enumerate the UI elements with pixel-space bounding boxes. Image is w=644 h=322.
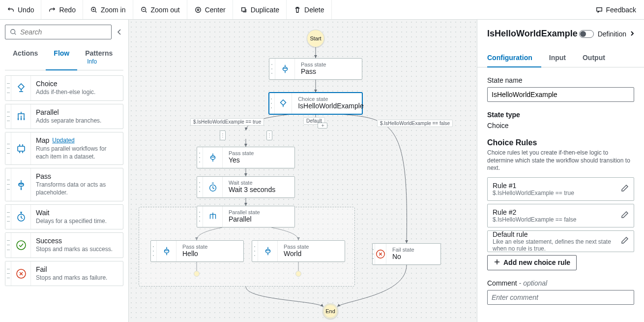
svg-rect-22: [164, 249, 169, 253]
grip-icon: [151, 241, 157, 261]
choice-rules-heading: Choice Rules: [487, 138, 634, 147]
collapse-sidebar-button[interactable]: [116, 28, 123, 36]
zoom-in-button[interactable]: Zoom in: [83, 0, 133, 19]
choice-icon: [275, 93, 292, 114]
pass-icon: [275, 59, 295, 79]
search-input[interactable]: [20, 28, 107, 36]
pass-icon: [203, 147, 223, 168]
flow-item-title: Fail: [36, 265, 118, 273]
node-type: Pass state: [301, 62, 348, 67]
comment-input[interactable]: [487, 290, 634, 305]
start-node[interactable]: Start: [307, 30, 324, 47]
canvas[interactable]: Start Pass state Pass Choice state IsHel…: [129, 20, 477, 322]
success-icon: [11, 233, 31, 258]
edit-icon[interactable]: [621, 184, 629, 193]
tab-patterns[interactable]: Patterns Info: [77, 44, 123, 70]
center-icon: [194, 6, 202, 14]
flow-item-map[interactable]: Map Updated Runs parallel workflows for …: [5, 132, 123, 165]
node-type: Wait state: [229, 180, 276, 186]
edit-icon[interactable]: [621, 211, 629, 220]
parallel-icon: [11, 104, 31, 129]
toggle-switch[interactable]: [579, 30, 594, 38]
zoom-out-label: Zoom out: [151, 6, 180, 14]
tab-configuration[interactable]: Configuration: [487, 49, 541, 67]
rule-condition: $.IsHelloWorldExample == false: [493, 216, 577, 223]
node-name: IsHelloWorldExample: [298, 102, 356, 110]
node-type: Fail state: [392, 247, 439, 253]
inspector-title: IsHelloWorldExample: [487, 29, 578, 39]
state-name-input[interactable]: [487, 87, 634, 102]
node-no[interactable]: Fail state No: [372, 243, 441, 265]
svg-rect-19: [283, 67, 287, 70]
grip-icon: [197, 177, 203, 197]
flow-item-pass[interactable]: Pass Transforms data or acts as placehol…: [5, 168, 123, 201]
node-yes[interactable]: Pass state Yes: [197, 147, 295, 168]
node-pass[interactable]: Pass state Pass: [269, 58, 362, 80]
add-branch-handle[interactable]: +: [318, 123, 327, 129]
tab-flow[interactable]: Flow: [46, 44, 77, 70]
feedback-button[interactable]: Feedback: [587, 6, 644, 14]
flow-item-success[interactable]: Success Stops and marks as success.: [5, 232, 123, 258]
rule-2[interactable]: Rule #2 $.IsHelloWorldExample == false: [487, 204, 634, 227]
wait-icon: [203, 177, 223, 197]
rule-1[interactable]: Rule #1 $.IsHelloWorldExample == true: [487, 177, 634, 201]
node-type: Pass state: [284, 244, 331, 250]
tab-input[interactable]: Input: [549, 49, 575, 67]
zoom-out-button[interactable]: Zoom out: [133, 0, 187, 19]
chevron-right-icon: [630, 30, 634, 38]
tab-actions[interactable]: Actions: [5, 44, 46, 70]
edit-icon[interactable]: [621, 236, 629, 246]
svg-point-3: [195, 7, 201, 12]
flow-item-parallel[interactable]: Parallel Adds separate branches.: [5, 104, 123, 129]
fail-icon: [11, 261, 31, 286]
tab-output[interactable]: Output: [583, 49, 614, 67]
info-link[interactable]: Info: [87, 58, 97, 65]
node-type: Parallel state: [229, 209, 276, 215]
end-node[interactable]: End: [322, 303, 338, 319]
node-wait[interactable]: Wait state Wait 3 seconds: [197, 176, 295, 198]
grip-icon: [252, 241, 258, 261]
svg-rect-8: [19, 183, 24, 186]
grip-icon: [269, 93, 275, 114]
node-world[interactable]: Pass state World: [252, 240, 345, 262]
delete-button[interactable]: Delete: [287, 0, 331, 19]
branch-handle[interactable]: ⋮: [220, 130, 226, 140]
zoom-in-label: Zoom in: [101, 6, 126, 14]
branch-end: [194, 271, 200, 277]
redo-label: Redo: [59, 6, 75, 14]
grip-icon: [5, 76, 11, 100]
node-type: Pass state: [182, 244, 230, 250]
definition-toggle[interactable]: Definition: [579, 30, 634, 38]
svg-point-2: [197, 9, 199, 11]
undo-icon: [7, 6, 15, 14]
node-name: Pass: [301, 67, 348, 75]
state-name-label: State name: [487, 76, 634, 84]
node-name: No: [392, 253, 439, 260]
add-choice-rule-button[interactable]: Add new choice rule: [487, 255, 577, 270]
branch-handle[interactable]: ⋮: [266, 130, 272, 140]
svg-rect-4: [241, 7, 245, 11]
rule-default[interactable]: Default rule Like an else statement, def…: [487, 230, 634, 252]
flow-item-title: Map Updated: [36, 136, 118, 144]
grip-icon: [5, 132, 11, 164]
flow-item-choice[interactable]: Choice Adds if-then-else logic.: [5, 75, 123, 101]
flow-item-wait[interactable]: Wait Delays for a specified time.: [5, 204, 123, 230]
svg-point-6: [11, 30, 15, 34]
node-parallel[interactable]: Parallel state Parallel: [197, 206, 295, 227]
duplicate-button[interactable]: Duplicate: [233, 0, 287, 19]
flow-item-fail[interactable]: Fail Stops and marks as failure.: [5, 261, 123, 287]
center-button[interactable]: Center: [187, 0, 233, 19]
inspector-tabs: Configuration Input Output: [477, 49, 644, 67]
svg-rect-5: [596, 7, 602, 11]
undo-button[interactable]: Undo: [0, 0, 41, 19]
node-type: Pass state: [229, 150, 276, 156]
node-hello[interactable]: Pass state Hello: [150, 240, 244, 262]
redo-button[interactable]: Redo: [41, 0, 83, 19]
map-icon: [11, 132, 31, 164]
node-choice[interactable]: Choice state IsHelloWorldExample: [269, 93, 362, 114]
flow-item-desc: Transforms data or acts as placeholder.: [36, 181, 118, 196]
flow-item-desc: Runs parallel workflows for each item in…: [36, 145, 118, 161]
inspector-panel: IsHelloWorldExample Definition Configura…: [477, 20, 644, 322]
feedback-label: Feedback: [606, 6, 636, 14]
search-input-wrap[interactable]: [5, 25, 112, 39]
